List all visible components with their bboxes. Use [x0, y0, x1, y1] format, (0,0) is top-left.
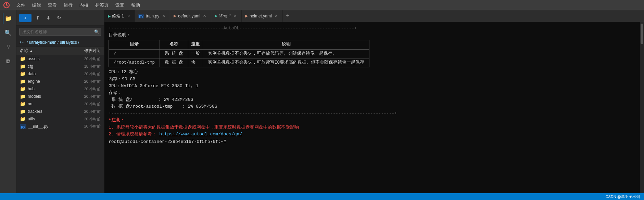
th-name: 名称 — [160, 40, 188, 49]
tab-helmet-yaml-close[interactable]: ✕ — [274, 13, 279, 19]
tab-default-yaml[interactable]: ▶ default.yaml ✕ — [170, 10, 211, 22]
td-speed-1: 一般 — [188, 49, 203, 58]
tab-train-py-close[interactable]: ✕ — [161, 13, 166, 19]
file-name: nn — [28, 102, 70, 106]
file-name: data — [28, 71, 70, 76]
file-name: hub — [28, 86, 70, 91]
search-input[interactable] — [19, 28, 101, 36]
terminal-content[interactable]: +---------------------------------------… — [104, 22, 640, 193]
col-name-header[interactable]: 名称 ▲ — [20, 48, 70, 54]
menu-run[interactable]: 运行 — [60, 1, 76, 10]
sort-icon: ▲ — [29, 49, 33, 53]
menu-help[interactable]: 帮助 — [128, 1, 143, 10]
td-name-1: 系 统 盘 — [160, 49, 188, 58]
td-desc-1: 实例关机数据不会丢失，可存放代码等。会随保存镜像一起保存。 — [203, 49, 369, 58]
storage-value-2: : 2% 665M/50G — [182, 104, 217, 109]
tab-terminal-1[interactable]: ▶ 终端 1 ✕ — [104, 10, 135, 22]
folder-icon: 📁 — [20, 109, 26, 114]
storage-item-2: 数 据 盘/root/autodl-tmp : 2% 665M/50G — [109, 103, 636, 110]
nav-icon-files[interactable]: 📁 — [3, 13, 14, 24]
menu-tabs[interactable]: 标签页 — [92, 1, 112, 10]
nav-icon-git[interactable]: ⑂ — [3, 42, 14, 53]
memory-info: 内存：90 GB — [109, 76, 636, 83]
tab-train-py-label: train.py — [146, 14, 159, 18]
upload-button[interactable]: ⬆ — [34, 13, 42, 22]
terminal-dashes-top: +---------------------------------------… — [109, 25, 636, 32]
notice-header: *注意： — [109, 117, 636, 124]
th-speed: 速度 — [188, 40, 203, 49]
folder-icon: 📁 — [20, 101, 26, 107]
storage-label-1: 系 统 盘/ — [111, 96, 156, 103]
helmet-yaml-icon: ▶ — [245, 14, 248, 18]
list-item[interactable]: 📁data20 小时前 — [16, 70, 104, 78]
tab-train-py[interactable]: py train.py ✕ — [135, 10, 170, 22]
tab-default-yaml-close[interactable]: ✕ — [202, 13, 207, 19]
file-time: 20 小时前 — [70, 56, 101, 62]
tab-terminal-1-close[interactable]: ✕ — [126, 13, 131, 19]
file-time: 20 小时前 — [70, 71, 101, 77]
list-item[interactable]: 📁utils20 小时前 — [16, 115, 104, 123]
notice-2-link[interactable]: https://www.autodl.com/docs/qa/ — [159, 132, 242, 137]
file-time: 20 小时前 — [70, 109, 101, 114]
terminal-prompt: root@autodl-container-239b4eb167-0f5fb76… — [109, 138, 636, 145]
td-dir-1: / — [109, 49, 160, 58]
refresh-button[interactable]: ↻ — [55, 13, 63, 22]
table-row: / 系 统 盘 一般 实例关机数据不会丢失，可存放代码等。会随保存镜像一起保存。 — [109, 49, 369, 58]
td-desc-2: 实例关机数据不会丢失，可放读写IO要求高的数据。但不会随保存镜像一起保存 — [203, 58, 369, 67]
app-logo — [3, 1, 10, 9]
file-name: models — [28, 94, 70, 99]
folder-icon: 📁 — [20, 86, 26, 92]
storage-value-1: : 2% 422M/30G — [159, 97, 193, 102]
list-item[interactable]: 📁hub20 小时前 — [16, 85, 104, 93]
tab-terminal-2[interactable]: ▶ 终端 2 ✕ — [211, 10, 242, 22]
menu-view[interactable]: 查看 — [45, 1, 60, 10]
th-dir: 目录 — [109, 40, 160, 49]
storage-label-2: 数 据 盘/root/autodl-tmp — [111, 103, 180, 110]
status-bar-label: CSDN @羊羽子出列 — [606, 194, 640, 199]
file-name: assets — [28, 56, 70, 61]
file-time: 20 小时前 — [70, 117, 101, 122]
list-item[interactable]: 📁engine20 小时前 — [16, 78, 104, 85]
terminal-scrollbar[interactable] — [640, 22, 644, 193]
menu-edit[interactable]: 编辑 — [29, 1, 45, 10]
file-time: 20 小时前 — [70, 102, 101, 107]
new-button[interactable]: + — [19, 14, 31, 22]
search-icon: 🔍 — [94, 29, 99, 34]
menu-file[interactable]: 文件 — [13, 1, 29, 10]
file-time: 18 小时前 — [70, 64, 101, 69]
list-item[interactable]: 📁assets20 小时前 — [16, 55, 104, 63]
list-item[interactable]: py__init__.py20 小时前 — [16, 123, 104, 130]
menu-settings[interactable]: 设置 — [112, 1, 128, 10]
tab-helmet-yaml[interactable]: ▶ helmet.yaml ✕ — [242, 10, 283, 22]
file-time: 20 小时前 — [70, 86, 101, 92]
tab-helmet-yaml-label: helmet.yaml — [250, 14, 272, 18]
file-time: 20 小时前 — [70, 124, 101, 129]
notice-1: 1. 系统盘较小请将大的数据集放于数据盘或网盘中，重置系统时数据盘和网盘中的数据… — [109, 124, 636, 131]
table-row: /root/autodl-tmp 数 据 盘 快 实例关机数据不会丢失，可放读写… — [109, 58, 369, 67]
plus-icon: + — [24, 15, 27, 21]
td-name-2: 数 据 盘 — [160, 58, 188, 67]
list-item[interactable]: 📁models20 小时前 — [16, 93, 104, 100]
nav-icon-extensions[interactable]: ⧉ — [3, 56, 14, 67]
folder-icon: 📁 — [20, 116, 26, 122]
folder-icon: 📁 — [20, 71, 26, 77]
list-item[interactable]: 📁nn20 小时前 — [16, 100, 104, 108]
file-list: 📁assets20 小时前📁cfg18 小时前📁data20 小时前📁engin… — [16, 55, 104, 193]
folder-icon: 📁 — [20, 79, 26, 84]
gpu-info: GPU：NVIDIA GeForce RTX 3080 Ti, 1 — [109, 83, 636, 90]
file-name: engine — [28, 79, 70, 84]
list-item[interactable]: 📁trackers20 小时前 — [16, 108, 104, 115]
th-desc: 说明 — [203, 40, 369, 49]
nav-icon-search[interactable]: 🔍 — [3, 27, 14, 38]
td-dir-2: /root/autodl-tmp — [109, 58, 160, 67]
tab-terminal-2-close[interactable]: ✕ — [232, 13, 238, 19]
download-button[interactable]: ⬇ — [44, 13, 53, 22]
notice-2-text: 2. 请理系统盘请参考： — [109, 132, 156, 137]
add-tab-button[interactable]: + — [283, 10, 293, 22]
python-icon: py — [20, 124, 26, 129]
tab-terminal-1-label: 终端 1 — [112, 13, 124, 19]
file-name: __init__.py — [28, 124, 70, 129]
terminal-1-icon: ▶ — [108, 14, 111, 18]
list-item[interactable]: 📁cfg18 小时前 — [16, 63, 104, 70]
menu-kernel[interactable]: 内核 — [76, 1, 92, 10]
